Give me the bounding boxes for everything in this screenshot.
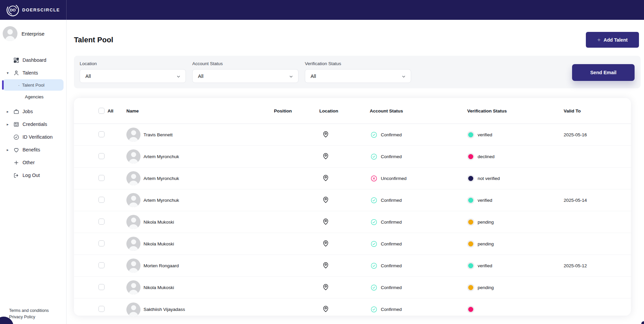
sidebar-item-label: Log Out [23,173,40,178]
column-header-position: Position [274,108,319,113]
chevron-down-icon [289,74,293,79]
row-checkbox[interactable] [98,240,105,246]
avatar [126,193,140,207]
verification-status: verified [467,132,564,137]
verification-status-label: not verified [478,176,500,181]
caret-down-icon[interactable]: ▾ [7,71,13,75]
caret-right-icon[interactable]: ▸ [7,122,13,127]
sidebar-item-agencies[interactable]: Agencies [0,91,66,102]
verification-status-filter-select[interactable]: All [305,69,411,83]
row-checkbox[interactable] [98,306,105,312]
row-checkbox[interactable] [98,197,105,203]
verification-status-label: verified [478,198,492,203]
add-talent-button[interactable]: + Add Talent [586,32,639,48]
table-row[interactable]: Nikola Mukoski Confirmed pen [74,277,631,298]
account-status: Confirmed [370,284,467,291]
verification-dot [468,176,473,181]
sidebar-subitem-label: Talent Pool [22,83,45,88]
table-row[interactable]: Artem Myronchuk Unconfirmed [74,168,631,189]
account-status-label: Confirmed [381,198,402,203]
brand-name: DOERSCIRCLE [22,7,60,12]
verification-dot [468,220,473,225]
verification-status: not verified [467,176,564,181]
benefits-icon [13,146,19,153]
select-all-label: All [108,108,113,113]
sidebar-item-dashboard[interactable]: Dashboard [0,54,66,66]
valid-to-date: 2025-05-16 [564,132,631,137]
account-status: Confirmed [370,153,467,160]
location-pin-icon [319,152,370,161]
location-filter-select[interactable]: All [80,69,186,83]
table-row[interactable]: Sakthiish Vijayadass Confirmed [74,298,631,320]
profile-section[interactable]: Enterprise [3,26,66,41]
brand-logo[interactable]: DO DOERSCIRCLE [0,0,67,20]
verification-status [467,307,564,312]
sidebar-item-logout[interactable]: Log Out [0,169,66,182]
confirmed-check-icon [370,219,377,226]
floating-corner-element [641,321,644,324]
table-row[interactable]: Nikola Mukoski Confirmed pen [74,233,631,255]
confirmed-check-icon [370,240,377,247]
talents-icon [13,70,19,76]
confirmed-check-icon [370,284,377,291]
verification-status: pending [467,285,564,290]
column-header-valid-to: Valid To [564,108,631,113]
talent-name: Morten Rongaard [144,263,179,268]
location-pin-icon [319,131,370,139]
row-checkbox[interactable] [98,284,105,290]
send-email-button[interactable]: Send Email [572,64,635,81]
sidebar-item-credentials[interactable]: ▸ Credentials [0,118,66,131]
terms-link[interactable]: Terms and conditions [9,308,49,313]
verification-status: declined [467,154,564,159]
top-navbar: DO DOERSCIRCLE [0,0,644,20]
talent-name: Sakthiish Vijayadass [144,307,185,312]
location-pin-icon [319,218,370,226]
verification-dot [468,241,473,246]
sidebar-item-benefits[interactable]: ▸ Benefits [0,143,66,156]
account-status-label: Confirmed [381,241,402,246]
verification-status-label: verified [478,132,492,137]
row-checkbox[interactable] [98,175,105,181]
confirmed-check-icon [370,153,377,160]
account-status-label: Confirmed [381,154,402,159]
sidebar-item-talent-pool[interactable]: · Talent Pool [3,79,64,91]
brand-logo-icon: DO [6,3,19,17]
valid-to-date: 2025-05-12 [564,263,631,268]
account-status-filter-label: Account Status [192,61,298,66]
confirmed-check-icon [370,197,377,204]
caret-right-icon[interactable]: ▸ [7,109,13,114]
table-row[interactable]: Travis Bennett Confirmed ver [74,124,631,146]
row-checkbox[interactable] [98,131,105,137]
caret-right-icon[interactable]: ▸ [7,148,13,152]
privacy-link[interactable]: Privacy Policy [9,315,49,319]
account-status: Confirmed [370,219,467,226]
row-checkbox[interactable] [98,153,105,159]
table-row[interactable]: Nikola Mukoski Confirmed pen [74,211,631,233]
table-row[interactable]: Artem Myronchuk Confirmed de [74,146,631,168]
verification-status: verified [467,198,564,203]
avatar [126,259,140,273]
table-header-row: All Name Position Location Account Statu… [74,98,631,124]
table-row[interactable]: Morten Rongaard Confirmed ve [74,255,631,277]
sidebar-item-id-verification[interactable]: ID Verification [0,131,66,143]
location-pin-icon [319,262,370,270]
account-status-label: Confirmed [381,132,402,137]
column-header-account-status: Account Status [370,108,467,113]
sidebar-item-jobs[interactable]: ▸ Jobs [0,105,66,118]
sidebar-item-label: Jobs [23,109,33,114]
sidebar-item-other[interactable]: Other [0,156,66,169]
credentials-icon [13,121,19,128]
table-row[interactable]: Artem Myronchuk Confirmed ve [74,189,631,211]
row-checkbox[interactable] [98,219,105,225]
verification-dot [468,263,473,268]
sidebar-item-talents[interactable]: ▾ Talents [0,66,66,79]
unconfirmed-x-icon [370,175,377,182]
verification-status: pending [467,241,564,246]
location-filter-label: Location [80,61,186,66]
row-checkbox[interactable] [98,262,105,268]
account-status-filter-select[interactable]: All [192,69,298,83]
avatar [126,149,140,164]
select-all-checkbox[interactable] [98,108,105,114]
confirmed-check-icon [370,131,377,138]
verification-status-label: declined [478,154,494,159]
